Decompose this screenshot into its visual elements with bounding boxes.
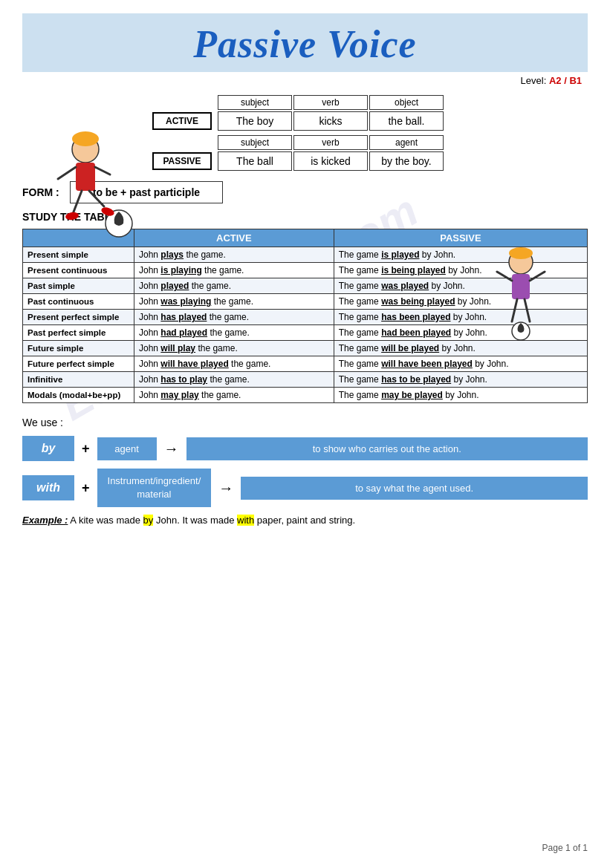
page: ESLprintables.com Passive Voice Level: A… <box>0 0 610 868</box>
active-col-object: object <box>369 95 444 110</box>
tense-cell: Modals (modal+be+pp) <box>23 388 134 403</box>
by-usage-row: by + agent → to show who carries out the… <box>22 436 588 461</box>
table-row: Future simpleJohn will play the game.The… <box>23 341 588 356</box>
example-text-before: A kite was made <box>70 515 143 526</box>
with-highlight: with <box>237 515 254 526</box>
active-cell: John had played the game. <box>134 325 334 341</box>
tense-cell: Past perfect simple <box>23 325 134 341</box>
example-label: Example : <box>22 515 68 526</box>
with-box: with <box>22 475 74 500</box>
tense-cell: Present perfect simple <box>23 310 134 325</box>
active-cell: John may play the game. <box>134 388 334 403</box>
header-banner: Passive Voice <box>22 13 588 72</box>
boy2-illustration <box>476 244 565 340</box>
active-cell: John has to play the game. <box>134 372 334 388</box>
svg-line-4 <box>95 167 110 174</box>
active-cell: John has played the game. <box>134 310 334 325</box>
tense-cell: Present simple <box>23 247 134 263</box>
active-label: ACTIVE <box>152 112 212 130</box>
passive-col-headers: subject verb agent <box>218 135 588 150</box>
passive-subject: The ball <box>218 151 292 171</box>
svg-line-14 <box>530 272 545 281</box>
we-use-section: We use : by + agent → to show who carrie… <box>22 417 588 507</box>
passive-col-agent: agent <box>369 135 444 150</box>
tense-cell: Future perfect simple <box>23 356 134 372</box>
active-cell: John will play the game. <box>134 341 334 356</box>
table-row: Future perfect simpleJohn will have play… <box>23 356 588 372</box>
agent-box: agent <box>97 437 157 460</box>
passive-cell: The game will have been played by John. <box>334 356 587 372</box>
passive-col-subject: subject <box>218 135 292 150</box>
passive-cell: The game has to be played by John. <box>334 372 587 388</box>
active-col-subject: subject <box>218 95 292 110</box>
active-cell: John is playing the game. <box>134 263 334 278</box>
passive-sentence-row: PASSIVE The ball is kicked by the boy. <box>152 151 588 171</box>
svg-rect-2 <box>76 163 95 191</box>
active-cell: John plays the game. <box>134 247 334 263</box>
svg-line-13 <box>497 272 512 281</box>
tense-cell: Past simple <box>23 278 134 294</box>
example-line: Example : A kite was made by John. It wa… <box>22 515 588 526</box>
level-line: Level: A2 / B1 <box>22 75 588 86</box>
svg-line-3 <box>58 167 76 179</box>
svg-point-1 <box>72 131 99 146</box>
plus2: + <box>82 480 90 496</box>
passive-verb: is kicked <box>293 151 368 171</box>
active-subject: The boy <box>218 111 292 131</box>
svg-line-16 <box>525 299 530 322</box>
active-col-headers: subject verb object <box>218 95 588 110</box>
example-text-end: paper, paint and string. <box>257 515 355 526</box>
passive-section: subject verb agent PASSIVE The ball is k… <box>152 135 588 171</box>
page-title: Passive Voice <box>22 22 588 66</box>
svg-line-6 <box>89 191 104 206</box>
active-object: the ball. <box>369 111 444 131</box>
active-cell: John was playing the game. <box>134 294 334 310</box>
arrow2: → <box>218 480 233 497</box>
active-cell: John played the game. <box>134 278 334 294</box>
table-header-active: ACTIVE <box>134 229 334 247</box>
plus1: + <box>82 441 90 457</box>
instrument-box: Instrument/ingredient/material <box>97 469 212 507</box>
active-sentence-row: ACTIVE The boy kicks the ball. <box>152 111 588 131</box>
tense-cell: Present continuous <box>23 263 134 278</box>
active-col-verb: verb <box>293 95 368 110</box>
table-row: Modals (modal+be+pp)John may play the ga… <box>23 388 588 403</box>
passive-col-verb: verb <box>293 135 368 150</box>
arrow1: → <box>164 440 179 457</box>
svg-rect-12 <box>512 274 530 299</box>
active-verb: kicks <box>293 111 368 131</box>
with-usage-row: with + Instrument/ingredient/material → … <box>22 469 588 507</box>
passive-cell: The game may be played by John. <box>334 388 587 403</box>
example-text-mid: John. It was made <box>156 515 237 526</box>
by-highlight: by <box>143 515 154 526</box>
svg-line-5 <box>73 191 82 214</box>
tense-cell: Past continuous <box>23 294 134 310</box>
by-box: by <box>22 436 74 461</box>
tense-cell: Future simple <box>23 341 134 356</box>
active-cell: John will have played the game. <box>134 356 334 372</box>
page-number: Page 1 of 1 <box>542 843 588 853</box>
passive-cell: The game will be played by John. <box>334 341 587 356</box>
svg-point-8 <box>65 212 79 221</box>
svg-point-11 <box>509 247 533 259</box>
active-section: subject verb object ACTIVE The boy kicks… <box>152 95 588 131</box>
passive-label: PASSIVE <box>152 152 212 170</box>
with-result-box: to say what the agent used. <box>241 477 588 500</box>
we-use-label: We use : <box>22 417 588 428</box>
table-row: InfinitiveJohn has to play the game.The … <box>23 372 588 388</box>
level-label: Level: <box>521 75 547 86</box>
boy-kicking-illustration <box>45 128 156 247</box>
by-result-box: to show who carries out the action. <box>186 437 588 460</box>
svg-line-15 <box>512 299 517 322</box>
level-value: A2 / B1 <box>549 75 582 86</box>
passive-object: by the boy. <box>369 151 444 171</box>
tense-cell: Infinitive <box>23 372 134 388</box>
